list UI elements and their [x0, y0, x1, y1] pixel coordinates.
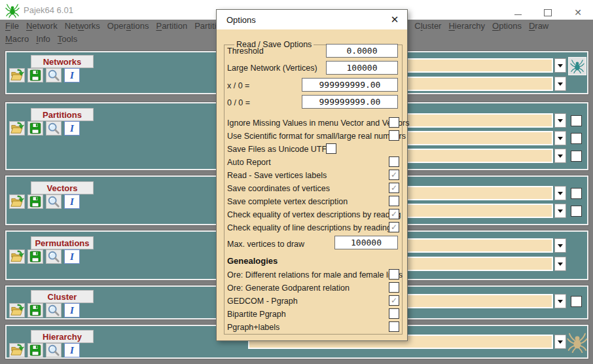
- menu-partition[interactable]: Partition: [156, 21, 187, 31]
- vector-checkbox-2[interactable]: [571, 206, 582, 217]
- option-row: Check equality of line descriptions by r…: [217, 222, 408, 234]
- pgraph-labels-checkbox[interactable]: [389, 321, 399, 332]
- check-vertex-equality-checkbox[interactable]: [389, 209, 399, 219]
- option-label: Bipartite Pgraph: [227, 310, 286, 319]
- option-label: Pgraph+labels: [227, 323, 279, 332]
- dropdown-arrow-icon: [558, 263, 563, 266]
- threshold-label: Threshold: [227, 46, 264, 56]
- menu-operations[interactable]: Operations: [107, 21, 149, 31]
- option-row: Ignore Missing Values in menu Vector and…: [217, 117, 408, 129]
- menu-tools[interactable]: Tools: [58, 34, 77, 44]
- option-row: Save coordinates of vertices: [217, 183, 408, 194]
- genealogies-header: Genealogies: [227, 256, 278, 266]
- permutation-dropdown-2[interactable]: [554, 257, 566, 271]
- option-label: Ignore Missing Values in menu Vector and…: [227, 118, 409, 128]
- menu-draw[interactable]: Draw: [529, 21, 548, 31]
- vector-checkbox-1[interactable]: [571, 188, 582, 199]
- option-label: Ore: Generate Godparent relation: [227, 283, 350, 293]
- 0-div-0-input[interactable]: [302, 95, 398, 109]
- menu-macro[interactable]: Macro: [5, 34, 29, 44]
- option-label: Save complete vertex description: [227, 197, 348, 206]
- menu-options[interactable]: Options: [492, 21, 522, 31]
- cluster-dropdown[interactable]: [554, 294, 566, 308]
- menu-network[interactable]: Network: [26, 21, 58, 31]
- ignore-missing-values-checkbox[interactable]: [389, 117, 399, 128]
- network-dropdown-1[interactable]: [554, 58, 566, 73]
- menu-networks[interactable]: Networks: [65, 21, 100, 31]
- pajek-spider-icon: [567, 332, 588, 353]
- minimize-icon: [514, 14, 522, 15]
- check-line-equality-checkbox[interactable]: [389, 222, 399, 232]
- option-label: GEDCOM - Pgraph: [227, 297, 298, 306]
- read-save-labels-checkbox[interactable]: [389, 170, 399, 180]
- large-network-input[interactable]: [326, 61, 398, 75]
- option-row: Save complete vertex description: [217, 196, 408, 208]
- vector-dropdown-1[interactable]: [554, 186, 566, 200]
- option-row: Pgraph+labels: [217, 321, 408, 333]
- menu-bar-row2: Macro Info Tools: [5, 34, 77, 44]
- network-dropdown-2[interactable]: [554, 77, 566, 91]
- option-label: Check equality of line descriptions by r…: [227, 223, 391, 232]
- x-div-0-input[interactable]: [302, 78, 398, 92]
- dropdown-arrow-icon: [558, 155, 563, 158]
- partition-checkbox-2[interactable]: [571, 133, 582, 144]
- bipartite-pgraph-checkbox[interactable]: [389, 308, 399, 319]
- dropdown-arrow-icon: [558, 64, 563, 67]
- dropdown-arrow-icon: [558, 209, 563, 213]
- threshold-input[interactable]: [326, 44, 398, 58]
- pajek-logo-icon: [5, 3, 20, 18]
- vector-dropdown-2[interactable]: [554, 204, 566, 218]
- ore-godparent-checkbox[interactable]: [389, 282, 399, 293]
- option-row: Check equality of vertex descriptions by…: [217, 209, 408, 221]
- minimize-button[interactable]: [503, 0, 533, 20]
- maximize-button[interactable]: [533, 0, 563, 20]
- option-row: Ore: Different relations for male and fe…: [217, 269, 408, 281]
- x-div-0-label: x / 0 =: [227, 81, 249, 90]
- menu-info[interactable]: Info: [36, 34, 50, 44]
- maximize-icon: [544, 9, 552, 16]
- unicode-utf8-checkbox[interactable]: [326, 143, 336, 154]
- hierarchy-dropdown[interactable]: [554, 335, 566, 349]
- option-label: Use Scientific format for small/large re…: [227, 132, 406, 141]
- option-row: Bipartite Pgraph: [217, 308, 408, 320]
- menu-hierarchy[interactable]: Hierarchy: [448, 21, 485, 31]
- network-spider-icon: [570, 59, 584, 73]
- max-vertices-input[interactable]: [334, 236, 398, 249]
- dropdown-arrow-icon: [558, 340, 563, 344]
- gedcom-pgraph-checkbox[interactable]: [389, 295, 399, 306]
- permutation-dropdown-1[interactable]: [554, 238, 566, 253]
- option-label: Save coordinates of vertices: [227, 184, 330, 193]
- cluster-checkbox[interactable]: [571, 296, 582, 307]
- dialog-title: Options: [226, 15, 256, 25]
- menu-cluster[interactable]: Cluster: [414, 21, 441, 31]
- save-coordinates-checkbox[interactable]: [389, 183, 399, 193]
- dropdown-arrow-icon: [558, 244, 563, 247]
- partition-checkbox-3[interactable]: [571, 151, 582, 162]
- save-complete-vertex-checkbox[interactable]: [389, 196, 399, 206]
- large-network-label: Large Network (Vertices): [227, 64, 317, 73]
- dropdown-arrow-icon: [558, 119, 563, 122]
- partition-dropdown-3[interactable]: [554, 149, 566, 163]
- close-icon: ✕: [567, 7, 589, 18]
- menu-file[interactable]: File: [5, 21, 19, 31]
- option-label: Ore: Different relations for male and fe…: [227, 270, 403, 280]
- option-label: Check equality of vertex descriptions by…: [227, 210, 401, 219]
- option-row: Use Scientific format for small/large re…: [217, 130, 408, 142]
- auto-report-checkbox[interactable]: [389, 156, 399, 167]
- close-button[interactable]: ✕: [563, 0, 593, 20]
- partition-checkbox-1[interactable]: [571, 115, 582, 126]
- dropdown-arrow-icon: [558, 300, 563, 303]
- dialog-close-button[interactable]: ✕: [387, 13, 402, 26]
- 0-div-0-label: 0 / 0 =: [227, 98, 250, 107]
- ore-male-female-checkbox[interactable]: [389, 269, 399, 280]
- option-row: GEDCOM - Pgraph: [217, 295, 408, 307]
- partition-dropdown-2[interactable]: [554, 131, 566, 145]
- network-spider-tile: [568, 57, 586, 75]
- option-row: Save Files as Unicode UTF8: [217, 143, 408, 155]
- partition-dropdown-1[interactable]: [554, 113, 566, 128]
- window-title: Pajek64 6.01: [24, 5, 73, 15]
- dropdown-arrow-icon: [558, 192, 563, 195]
- option-row: Auto Report: [217, 156, 408, 168]
- scientific-format-checkbox[interactable]: [389, 130, 399, 141]
- option-row: Ore: Generate Godparent relation: [217, 282, 408, 294]
